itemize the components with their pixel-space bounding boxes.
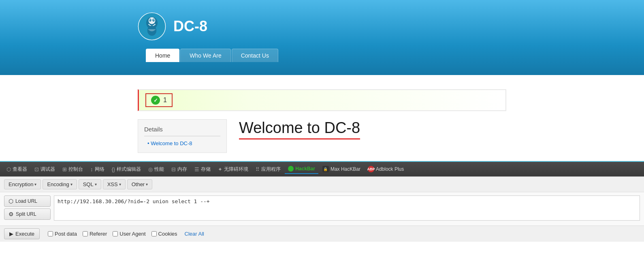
memory-icon: ⊟ <box>171 166 176 172</box>
post-data-label: Post data <box>55 231 77 237</box>
result-bar-container: ✓ 1 <box>138 89 506 111</box>
dev-tool-memory-label: 内存 <box>177 166 187 173</box>
encoding-label: Encoding <box>47 181 69 187</box>
check-icon: ✓ <box>151 96 160 105</box>
dev-tool-debugger-label: 调试器 <box>41 166 55 173</box>
post-data-checkbox-label[interactable]: Post data <box>48 231 77 237</box>
storage-icon: ☰ <box>194 166 199 172</box>
inspector-icon: ⬡ <box>6 166 11 172</box>
console-icon: ⊞ <box>62 166 67 172</box>
split-url-button[interactable]: ⚙ Split URL <box>4 208 51 220</box>
style-editor-icon: {} <box>112 166 115 172</box>
referer-label: Referer <box>90 231 107 237</box>
sql-menu[interactable]: SQL ▾ <box>79 179 101 189</box>
dev-tool-network[interactable]: ↕ 网络 <box>87 164 108 174</box>
load-url-icon: ⬡ <box>9 198 13 204</box>
encryption-label: Encryption <box>9 181 33 187</box>
sql-label: SQL <box>83 181 94 187</box>
result-bar: ✓ 1 <box>138 89 506 111</box>
other-arrow-icon: ▾ <box>146 182 148 187</box>
encoding-arrow-icon: ▾ <box>70 182 73 187</box>
nav-tabs: Home Who We Are Contact Us <box>0 49 644 62</box>
dev-tool-network-label: 网络 <box>95 166 104 173</box>
dev-tool-console[interactable]: ⊞ 控制台 <box>59 164 86 174</box>
execute-label: Execute <box>15 231 34 237</box>
dev-tool-perf-label: 性能 <box>154 166 164 173</box>
load-url-label: Load URL <box>15 198 37 204</box>
dev-tool-memory[interactable]: ⊟ 内存 <box>168 164 190 174</box>
dev-tool-style-editor[interactable]: {} 样式编辑器 <box>109 164 145 174</box>
checkbox-group: Post data Referer User Agent Cookies Cle… <box>48 231 204 237</box>
hackbar-panel: Encryption ▾ Encoding ▾ SQL ▾ XSS ▾ Othe… <box>0 176 644 242</box>
adblock-icon: ABP <box>368 166 374 172</box>
dev-toolbar: ⬡ 查看器 ⊡ 调试器 ⊞ 控制台 ↕ 网络 {} 样式编辑器 ◎ 性能 ⊟ 内… <box>0 161 644 176</box>
dev-tool-storage[interactable]: ☰ 存储 <box>191 164 214 174</box>
hackbar-url-area: ⬡ Load URL ⚙ Split URL http://192.168.30… <box>0 192 644 226</box>
dev-tool-inspector[interactable]: ⬡ 查看器 <box>3 164 30 174</box>
welcome-title: Welcome to DC-8 <box>239 119 360 140</box>
adblock-label: Adblock Plus <box>376 166 404 172</box>
maxhackbar-label: Max HacKBar <box>331 166 360 172</box>
user-agent-checkbox[interactable] <box>113 231 118 236</box>
main-content: ✓ 1 Details Welcome to DC-8 Welcome to D… <box>0 75 644 161</box>
site-title: DC-8 <box>173 18 207 35</box>
result-number: 1 <box>163 97 167 104</box>
page-welcome: Welcome to DC-8 <box>227 119 506 153</box>
dev-tool-adblock[interactable]: ABP Adblock Plus <box>365 164 407 174</box>
details-link[interactable]: Welcome to DC-8 <box>144 140 220 146</box>
dev-tool-accessibility[interactable]: ✦ 无障碍环境 <box>215 164 252 174</box>
details-title: Details <box>144 126 220 136</box>
execute-button[interactable]: ▶ Execute <box>4 228 40 239</box>
dev-tool-app-label: 应用程序 <box>261 166 281 173</box>
encryption-arrow-icon: ▾ <box>34 182 36 187</box>
dev-tool-console-label: 控制台 <box>68 166 83 173</box>
maxhackbar-icon: 🔒 <box>322 166 329 172</box>
nav-tab-home[interactable]: Home <box>146 49 179 62</box>
dev-tool-hackbar[interactable]: HackBar <box>285 164 318 174</box>
dev-tool-app[interactable]: ⠿ 应用程序 <box>252 164 284 174</box>
app-icon: ⠿ <box>256 166 260 172</box>
xss-menu[interactable]: XSS ▾ <box>103 179 126 189</box>
split-url-icon: ⚙ <box>9 211 14 217</box>
other-menu[interactable]: Other ▾ <box>127 179 153 189</box>
hackbar-menu-row: Encryption ▾ Encoding ▾ SQL ▾ XSS ▾ Othe… <box>0 177 644 192</box>
url-input[interactable]: http://192.168.30.206/?nid=-2 union sele… <box>54 195 640 221</box>
hackbar-label: HackBar <box>295 166 315 172</box>
svg-point-5 <box>149 19 151 21</box>
split-url-label: Split URL <box>16 211 36 217</box>
hackbar-left-buttons: ⬡ Load URL ⚙ Split URL <box>4 195 51 222</box>
details-sidebar: Details Welcome to DC-8 <box>138 119 227 153</box>
dev-tool-style-label: 样式编辑器 <box>117 166 141 173</box>
page-details: Details Welcome to DC-8 Welcome to DC-8 <box>138 119 506 153</box>
performance-icon: ◎ <box>148 166 153 172</box>
referer-checkbox[interactable] <box>83 231 88 236</box>
sql-arrow-icon: ▾ <box>95 182 97 187</box>
result-badge: ✓ 1 <box>145 93 173 107</box>
nav-tab-contact-us[interactable]: Contact Us <box>232 49 278 62</box>
dev-tool-maxhackbar[interactable]: 🔒 Max HacKBar <box>319 164 364 174</box>
clear-all-button[interactable]: Clear All <box>185 231 204 237</box>
xss-label: XSS <box>107 181 118 187</box>
dev-tool-performance[interactable]: ◎ 性能 <box>145 164 167 174</box>
cookies-checkbox[interactable] <box>151 231 157 236</box>
hackbar-bottom-row: ▶ Execute Post data Referer User Agent C… <box>0 226 644 242</box>
user-agent-checkbox-label[interactable]: User Agent <box>113 231 145 237</box>
hackbar-icon <box>288 166 294 172</box>
site-branding: DC-8 <box>0 8 644 49</box>
encoding-menu[interactable]: Encoding ▾ <box>43 179 77 189</box>
other-label: Other <box>132 181 145 187</box>
dev-tool-storage-label: 存储 <box>201 166 211 173</box>
cookies-checkbox-label[interactable]: Cookies <box>151 231 177 237</box>
debugger-icon: ⊡ <box>34 166 39 172</box>
post-data-checkbox[interactable] <box>48 231 53 236</box>
encryption-menu[interactable]: Encryption ▾ <box>4 179 41 189</box>
dev-tool-inspector-label: 查看器 <box>13 166 27 173</box>
site-header: DC-8 Home Who We Are Contact Us <box>0 0 644 75</box>
referer-checkbox-label[interactable]: Referer <box>83 231 107 237</box>
network-icon: ↕ <box>90 166 93 172</box>
load-url-button[interactable]: ⬡ Load URL <box>4 195 51 207</box>
user-agent-label: User Agent <box>119 231 145 237</box>
drupal-logo-icon <box>138 12 166 41</box>
dev-tool-debugger[interactable]: ⊡ 调试器 <box>31 164 58 174</box>
nav-tab-who-we-are[interactable]: Who We Are <box>180 49 230 62</box>
